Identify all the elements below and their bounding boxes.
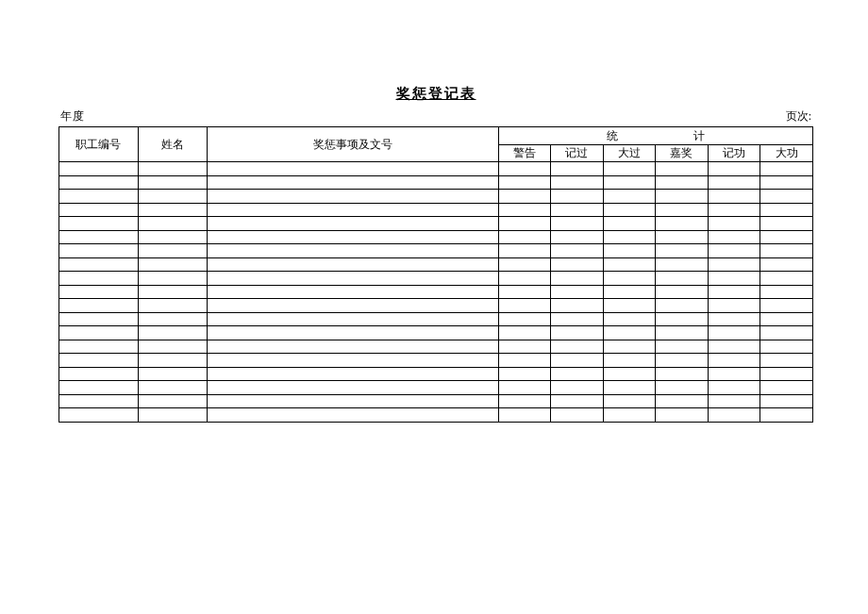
cell-major_merit: [760, 312, 813, 326]
col-header-stats-group: 统计: [498, 127, 812, 145]
cell-commend: [656, 408, 709, 423]
cell-item: [208, 394, 498, 408]
cell-name: [138, 326, 207, 340]
col-header-name: 姓名: [138, 127, 207, 162]
cell-name: [138, 312, 207, 326]
cell-demerit: [551, 257, 604, 272]
page-title: 奖惩登记表: [58, 85, 813, 103]
cell-warn: [498, 175, 551, 190]
cell-warn: [498, 244, 551, 258]
cell-item: [208, 299, 498, 313]
cell-warn: [498, 230, 551, 244]
cell-major_merit: [760, 394, 813, 408]
cell-emp_id: [59, 217, 139, 231]
cell-demerit: [551, 312, 604, 326]
cell-major_demerit: [603, 312, 656, 326]
cell-item: [208, 272, 498, 286]
cell-major_demerit: [603, 381, 656, 395]
col-header-emp-id: 职工编号: [59, 127, 139, 162]
cell-major_demerit: [603, 326, 656, 340]
cell-minor_merit: [708, 354, 760, 368]
col-header-reward-item: 奖惩事项及文号: [208, 127, 498, 162]
cell-major_merit: [760, 408, 813, 423]
cell-name: [138, 203, 207, 217]
cell-emp_id: [59, 394, 139, 408]
cell-major_demerit: [603, 367, 656, 381]
cell-commend: [656, 367, 709, 381]
cell-warn: [498, 190, 551, 204]
cell-major_merit: [760, 175, 813, 190]
cell-commend: [656, 312, 709, 326]
cell-minor_merit: [708, 230, 760, 244]
cell-warn: [498, 162, 551, 176]
cell-warn: [498, 408, 551, 423]
cell-item: [208, 381, 498, 395]
cell-commend: [656, 257, 709, 272]
cell-warn: [498, 299, 551, 313]
col-header-warn: 警告: [498, 145, 551, 162]
cell-demerit: [551, 190, 604, 204]
cell-commend: [656, 340, 709, 354]
cell-major_merit: [760, 190, 813, 204]
col-header-major-demerit: 大过: [603, 145, 656, 162]
table-row: [59, 217, 813, 231]
cell-warn: [498, 312, 551, 326]
cell-warn: [498, 381, 551, 395]
cell-minor_merit: [708, 190, 760, 204]
cell-item: [208, 203, 498, 217]
cell-emp_id: [59, 312, 139, 326]
cell-name: [138, 394, 207, 408]
cell-emp_id: [59, 272, 139, 286]
table-row: [59, 257, 813, 272]
cell-emp_id: [59, 190, 139, 204]
cell-emp_id: [59, 162, 139, 176]
cell-commend: [656, 285, 709, 299]
cell-demerit: [551, 285, 604, 299]
cell-minor_merit: [708, 381, 760, 395]
cell-minor_merit: [708, 367, 760, 381]
cell-demerit: [551, 299, 604, 313]
cell-minor_merit: [708, 326, 760, 340]
table-row: [59, 190, 813, 204]
cell-major_demerit: [603, 285, 656, 299]
cell-demerit: [551, 326, 604, 340]
cell-emp_id: [59, 230, 139, 244]
cell-minor_merit: [708, 285, 760, 299]
cell-item: [208, 367, 498, 381]
cell-commend: [656, 244, 709, 258]
table-body: [59, 162, 813, 423]
cell-major_demerit: [603, 408, 656, 423]
cell-item: [208, 244, 498, 258]
cell-warn: [498, 285, 551, 299]
cell-emp_id: [59, 175, 139, 190]
cell-name: [138, 217, 207, 231]
reward-punishment-table: 职工编号 姓名 奖惩事项及文号 统计 警告 记过 大过 嘉奖 记功 大功: [58, 126, 813, 423]
cell-demerit: [551, 367, 604, 381]
table-row: [59, 299, 813, 313]
cell-demerit: [551, 162, 604, 176]
cell-name: [138, 257, 207, 272]
cell-major_merit: [760, 354, 813, 368]
cell-demerit: [551, 203, 604, 217]
cell-emp_id: [59, 244, 139, 258]
col-header-major-merit: 大功: [760, 145, 813, 162]
cell-major_demerit: [603, 272, 656, 286]
cell-minor_merit: [708, 217, 760, 231]
cell-warn: [498, 354, 551, 368]
cell-item: [208, 326, 498, 340]
cell-demerit: [551, 230, 604, 244]
cell-major_demerit: [603, 203, 656, 217]
cell-item: [208, 217, 498, 231]
cell-demerit: [551, 354, 604, 368]
table-row: [59, 367, 813, 381]
cell-major_merit: [760, 299, 813, 313]
cell-commend: [656, 299, 709, 313]
cell-major_merit: [760, 230, 813, 244]
cell-emp_id: [59, 381, 139, 395]
cell-emp_id: [59, 367, 139, 381]
cell-item: [208, 162, 498, 176]
cell-major_demerit: [603, 162, 656, 176]
cell-demerit: [551, 217, 604, 231]
cell-name: [138, 230, 207, 244]
cell-demerit: [551, 394, 604, 408]
